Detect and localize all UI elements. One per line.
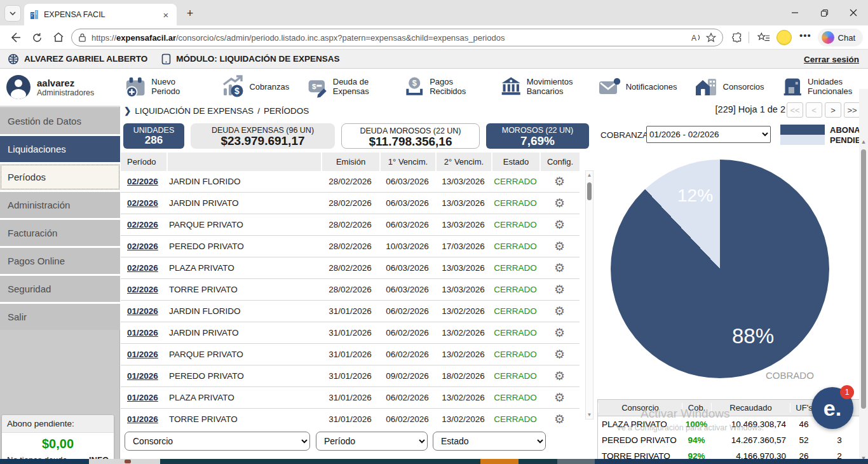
toolbar-label: Notificaciones [626, 83, 677, 92]
close-window-button[interactable] [839, 0, 868, 25]
summary-consorcio: PEREDO PRIVATO [598, 435, 682, 445]
page-scroll-up-icon[interactable]: ▲ [859, 139, 868, 145]
cobranza-select[interactable]: 01/2026 - 02/2026 [646, 126, 771, 143]
sidebar-item-administracion[interactable]: Administración [0, 192, 120, 218]
url-bar[interactable]: https://expensafacil.ar/consorcio/cs/adm… [71, 29, 723, 46]
toolbar-pagos-recibidos[interactable]: $ Pagos Recibidos [403, 75, 483, 99]
period-link[interactable]: 01/2026 [121, 350, 166, 359]
sidebar-item-pagos-online[interactable]: Pagos Online [0, 248, 120, 274]
copilot-chat-button[interactable]: Chat [818, 29, 863, 46]
toolbar-cobranzas[interactable]: $ Cobranzas [220, 75, 289, 99]
period-link[interactable]: 01/2026 [121, 328, 166, 338]
home-button[interactable] [51, 30, 66, 45]
summary-cob-pct: 100% [682, 420, 711, 429]
col-header-venc2[interactable]: 2° Vencim. [435, 153, 491, 171]
favorite-star-button[interactable] [706, 32, 716, 43]
period-link[interactable]: 01/2026 [121, 306, 166, 316]
reload-button[interactable] [29, 30, 44, 45]
browser-tab[interactable]: EXPENSA FACIL × [24, 4, 177, 25]
sidebar-item-facturacion[interactable]: Facturación [0, 220, 120, 246]
breadcrumb-root[interactable]: LIQUIDACIÓN DE EXPENSAS [135, 106, 254, 116]
stat-deuda-expensas: DEUDA EXPENSAS (96 UN) $23.979.691,17 [191, 123, 335, 149]
col-header-periodo[interactable]: Período [121, 153, 166, 171]
period-link[interactable]: 02/2026 [121, 220, 166, 229]
period-link[interactable]: 01/2026 [121, 414, 166, 424]
profile-avatar[interactable] [776, 30, 792, 45]
period-link[interactable]: 02/2026 [121, 285, 166, 294]
period-link[interactable]: 02/2026 [121, 263, 166, 273]
toolbar-unidades-funcionales[interactable]: Unidades Funcionales [782, 75, 861, 99]
back-button[interactable] [8, 30, 23, 45]
toolbar-movimientos-bancarios[interactable]: Movimientos Bancarios [500, 75, 580, 99]
period-link[interactable]: 02/2026 [121, 198, 166, 208]
read-aloud-button[interactable]: A [691, 33, 701, 42]
config-gear-icon[interactable]: ⚙ [554, 196, 565, 210]
venc2-date: 13/03/2026 [435, 177, 491, 186]
filter-periodo-select[interactable]: Período [316, 432, 428, 451]
url-text: https://expensafacil.ar/consorcio/cs/adm… [92, 33, 686, 43]
config-gear-icon[interactable]: ⚙ [554, 326, 565, 339]
table-scrollbar-thumb[interactable] [587, 182, 592, 200]
pager-prev-button[interactable]: < [806, 102, 822, 118]
table-row: 01/2026 TORRE PRIVATO 31/01/2026 06/02/2… [121, 409, 580, 426]
period-link[interactable]: 02/2026 [121, 177, 166, 186]
config-gear-icon[interactable]: ⚙ [554, 175, 565, 188]
sidebar-item-gestion-de-datos[interactable]: Gestión de Datos [0, 108, 120, 134]
scroll-up-icon[interactable]: ▲ [587, 172, 592, 178]
toolbar-notificaciones[interactable]: Notificaciones [597, 75, 677, 99]
toolbar-nuevo-periodo[interactable]: Nuevo Periodo [124, 75, 203, 99]
table-scrollbar[interactable]: ▲ ▼ [585, 170, 593, 420]
restore-button[interactable] [810, 0, 839, 25]
col-header-emision[interactable]: Emisión [321, 153, 379, 171]
toolbar-consorcios[interactable]: Consorcios [695, 75, 764, 99]
sidebar-item-seguridad[interactable]: Seguridad [0, 276, 120, 302]
page-scrollbar-thumb[interactable] [861, 149, 866, 409]
home-icon [53, 32, 64, 43]
sidebar-item-salir[interactable]: Salir [0, 304, 120, 330]
period-link[interactable]: 01/2026 [121, 371, 166, 381]
toolbar-deuda-de-expensas[interactable]: $ Deuda de Expensas [306, 75, 386, 99]
sidebar-item-periodos[interactable]: Períodos [0, 164, 120, 190]
pager-next-button[interactable]: > [825, 102, 841, 118]
minimize-button[interactable] [780, 0, 810, 25]
house-building-icon [695, 75, 719, 99]
pager-first-button[interactable]: << [787, 102, 803, 118]
new-tab-button[interactable]: + [183, 6, 197, 20]
config-gear-icon[interactable]: ⚙ [554, 348, 565, 361]
scroll-down-icon[interactable]: ▼ [587, 412, 592, 418]
col-header-estado[interactable]: Estado [491, 153, 539, 171]
table-row: 01/2026 PEREDO PRIVATO 31/01/2026 09/02/… [121, 365, 580, 387]
config-gear-icon[interactable]: ⚙ [554, 391, 565, 404]
col-header-venc1[interactable]: 1° Vencim. [379, 153, 435, 171]
pager-last-button[interactable]: >> [844, 102, 860, 118]
config-gear-icon[interactable]: ⚙ [554, 304, 565, 318]
period-link[interactable]: 02/2026 [121, 242, 166, 251]
browser-menu-button[interactable]: ••• [799, 30, 811, 41]
filter-consorcio-select[interactable]: Consorcio [125, 432, 310, 451]
sum-col-consorcio[interactable]: Consorcio [598, 403, 682, 413]
venc2-date: 13/03/2026 [435, 285, 491, 294]
sum-col-cob[interactable]: Cob. [682, 403, 711, 413]
config-gear-icon[interactable]: ⚙ [554, 261, 565, 275]
chevron-down-icon [9, 10, 17, 17]
tab-search-button[interactable] [4, 5, 21, 22]
tab-close-button[interactable]: × [160, 9, 172, 20]
table-row: 02/2026 JARDIN FLORIDO 28/02/2026 06/03/… [121, 171, 580, 193]
extensions-button[interactable] [729, 30, 745, 45]
period-link[interactable]: 01/2026 [121, 393, 166, 402]
config-gear-icon[interactable]: ⚙ [554, 413, 565, 426]
estado-badge: CERRADO [491, 414, 539, 424]
sidebar-item-liquidaciones[interactable]: Liquidaciones [0, 136, 120, 162]
sum-col-recaudado[interactable]: Recaudado [711, 403, 790, 413]
page-scrollbar[interactable]: ▲ ▼ [859, 89, 868, 464]
config-gear-icon[interactable]: ⚙ [554, 218, 565, 231]
filter-estado-select[interactable]: Estado [433, 432, 546, 451]
toolbar-label: Movimientos Bancarios [527, 78, 580, 97]
config-gear-icon[interactable]: ⚙ [554, 240, 565, 253]
favorites-bar-button[interactable] [756, 30, 771, 45]
config-gear-icon[interactable]: ⚙ [554, 369, 565, 383]
config-gear-icon[interactable]: ⚙ [554, 283, 565, 296]
logout-link[interactable]: Cerrar sesión [804, 50, 859, 69]
consorcio-name: JARDIN FLORIDO [166, 177, 321, 186]
favorites-list-icon [757, 32, 770, 43]
